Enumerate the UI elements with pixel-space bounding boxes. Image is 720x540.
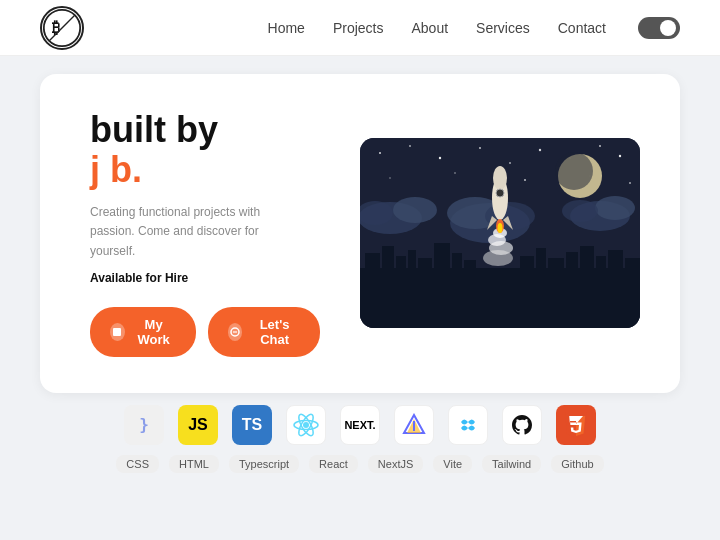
toggle-dot (665, 23, 675, 33)
tech-ts-icon: TS (232, 405, 272, 445)
tech-icons: } JS TS NEXT. (124, 405, 596, 445)
tech-label-css: CSS (116, 455, 159, 473)
svg-point-24 (393, 197, 437, 223)
svg-point-60 (303, 422, 309, 428)
svg-rect-38 (434, 243, 450, 288)
svg-point-50 (493, 166, 507, 190)
hero-description: Creating functional projects with passio… (90, 203, 280, 261)
nav-links: Home Projects About Services Contact (268, 19, 606, 37)
svg-point-20 (629, 182, 631, 184)
svg-point-14 (599, 145, 601, 147)
svg-rect-48 (625, 258, 640, 288)
svg-rect-42 (536, 248, 546, 288)
svg-rect-46 (596, 256, 606, 288)
svg-point-22 (555, 152, 593, 190)
svg-rect-45 (580, 246, 594, 288)
tech-label-tailwind: Tailwind (482, 455, 541, 473)
my-work-button[interactable]: My Work (90, 307, 196, 357)
svg-point-10 (479, 147, 481, 149)
svg-rect-3 (113, 328, 121, 336)
tech-html5-icon (556, 405, 596, 445)
tech-label-github: Github (551, 455, 603, 473)
logo[interactable]: ₿ (40, 6, 84, 50)
navbar: ₿ Home Projects About Services Contact (0, 0, 720, 56)
svg-point-11 (509, 162, 511, 164)
tech-tailwind-icon (448, 405, 488, 445)
hero-title-line2: j b. (90, 150, 320, 190)
svg-point-12 (539, 149, 541, 151)
tech-js-icon: JS (178, 405, 218, 445)
svg-point-15 (619, 155, 621, 157)
tech-label-html: HTML (169, 455, 219, 473)
tech-css-icon: } (124, 405, 164, 445)
svg-point-17 (454, 173, 456, 175)
svg-rect-35 (396, 256, 406, 288)
svg-rect-43 (548, 258, 564, 288)
lets-chat-button[interactable]: Let's Chat (208, 307, 320, 357)
svg-point-18 (524, 179, 526, 181)
hero-available: Available for Hire (90, 271, 320, 285)
tech-next-icon: NEXT. (340, 405, 380, 445)
svg-point-57 (483, 250, 513, 266)
tech-label-ts: Typescript (229, 455, 299, 473)
svg-rect-34 (382, 246, 394, 288)
svg-rect-33 (365, 253, 380, 288)
svg-point-51 (496, 189, 504, 197)
tech-labels: CSS HTML Typescript React NextJS Vite Ta… (116, 455, 603, 473)
svg-rect-37 (418, 258, 432, 288)
dark-mode-toggle-wrapper (638, 17, 680, 39)
svg-point-8 (409, 145, 411, 147)
svg-rect-41 (520, 256, 534, 288)
tech-github-icon (502, 405, 542, 445)
work-icon (110, 323, 125, 341)
nav-about[interactable]: About (411, 20, 448, 36)
svg-rect-47 (608, 250, 623, 288)
svg-point-16 (389, 178, 391, 180)
nav-contact[interactable]: Contact (558, 20, 606, 36)
tech-vite-icon (394, 405, 434, 445)
hero-card: built by j b. Creating functional projec… (40, 74, 680, 393)
svg-point-31 (562, 200, 598, 222)
hero-title-line1: built by (90, 110, 320, 150)
tech-react-icon (286, 405, 326, 445)
svg-rect-36 (408, 250, 416, 288)
nav-home[interactable]: Home (268, 20, 305, 36)
svg-point-30 (595, 196, 635, 220)
logo-circle: ₿ (40, 6, 84, 50)
tech-stack: } JS TS NEXT. CSS HTML Typescript Re (40, 405, 680, 473)
svg-point-59 (498, 223, 503, 233)
svg-rect-44 (566, 252, 578, 288)
hero-image (360, 138, 640, 328)
svg-point-7 (379, 152, 381, 154)
dark-mode-toggle[interactable] (638, 17, 680, 39)
svg-rect-40 (464, 260, 476, 288)
hero-text: built by j b. Creating functional projec… (90, 110, 320, 357)
tech-label-react: React (309, 455, 358, 473)
tech-label-next: NextJS (368, 455, 423, 473)
nav-projects[interactable]: Projects (333, 20, 384, 36)
svg-rect-39 (452, 253, 462, 288)
tech-label-vite: Vite (433, 455, 472, 473)
hero-buttons: My Work Let's Chat (90, 307, 320, 357)
nav-services[interactable]: Services (476, 20, 530, 36)
svg-point-9 (439, 157, 441, 159)
chat-icon (228, 323, 243, 341)
